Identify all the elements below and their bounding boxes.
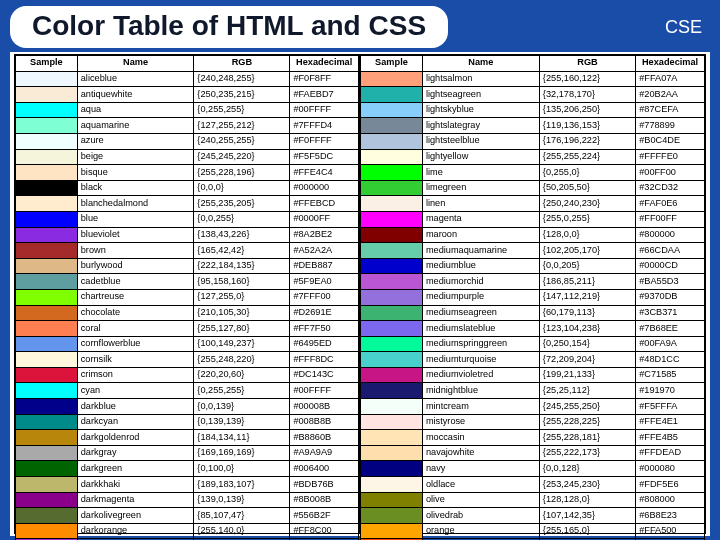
color-swatch	[16, 118, 78, 134]
color-swatch	[361, 461, 423, 477]
color-swatch	[361, 383, 423, 399]
color-hex: #FFE4C4	[290, 165, 359, 181]
table-row: mediumorchid{186,85,211}#BA55D3	[361, 274, 705, 290]
color-name: cadetblue	[77, 274, 194, 290]
table-row: bisque{255,228,196}#FFE4C4	[16, 165, 359, 181]
color-swatch	[361, 492, 423, 508]
color-rgb: {32,178,170}	[539, 87, 635, 103]
color-hex: #8B008B	[290, 492, 359, 508]
color-rgb: {255,165,0}	[539, 523, 635, 539]
color-hex: #87CEFA	[636, 102, 705, 118]
table-row: antiquewhite{250,235,215}#FAEBD7	[16, 87, 359, 103]
color-table-right: Sample Name RGB Hexadecimal lightsalmon{…	[360, 54, 706, 534]
color-hex: #BA55D3	[636, 274, 705, 290]
color-name: darkgreen	[77, 461, 194, 477]
color-name: mistyrose	[422, 414, 539, 430]
color-swatch	[361, 321, 423, 337]
table-row: mediumspringgreen{0,250,154}#00FA9A	[361, 336, 705, 352]
color-swatch	[16, 305, 78, 321]
color-hex: #32CD32	[636, 180, 705, 196]
color-rgb: {0,0,139}	[194, 399, 290, 415]
color-swatch	[16, 133, 78, 149]
table-row: darkgoldenrod{184,134,11}#B8860B	[16, 430, 359, 446]
table-row: mediumslateblue{123,104,238}#7B68EE	[361, 321, 705, 337]
color-swatch	[361, 430, 423, 446]
color-name: darkmagenta	[77, 492, 194, 508]
color-hex: #DEB887	[290, 258, 359, 274]
color-hex: #778899	[636, 118, 705, 134]
table-row: lightseagreen{32,178,170}#20B2AA	[361, 87, 705, 103]
color-hex: #FFE4B5	[636, 430, 705, 446]
color-rgb: {128,128,0}	[539, 492, 635, 508]
table-row: mediumpurple{147,112,219}#9370DB	[361, 289, 705, 305]
color-swatch	[361, 399, 423, 415]
color-rgb: {50,205,50}	[539, 180, 635, 196]
color-rgb: {72,209,204}	[539, 352, 635, 368]
color-name: darkcyan	[77, 414, 194, 430]
color-swatch	[16, 196, 78, 212]
header: Color Table of HTML and CSS CSE	[10, 6, 710, 48]
color-hex: #FF7F50	[290, 321, 359, 337]
color-hex: #48D1CC	[636, 352, 705, 368]
color-hex: #20B2AA	[636, 87, 705, 103]
color-hex: #B8860B	[290, 430, 359, 446]
color-hex: #F0FFFF	[290, 133, 359, 149]
color-name: mediumpurple	[422, 289, 539, 305]
table-row: oldlace{253,245,230}#FDF5E6	[361, 477, 705, 493]
color-hex: #DC143C	[290, 367, 359, 383]
table-row: magenta{255,0,255}#FF00FF	[361, 211, 705, 227]
table-row: cyan{0,255,255}#00FFFF	[16, 383, 359, 399]
table-row: mediumseagreen{60,179,113}#3CB371	[361, 305, 705, 321]
color-rgb: {210,105,30}	[194, 305, 290, 321]
color-swatch	[361, 118, 423, 134]
color-hex: #3CB371	[636, 305, 705, 321]
color-name: lightsalmon	[422, 71, 539, 87]
table-row: olive{128,128,0}#808000	[361, 492, 705, 508]
color-name: lightsteelblue	[422, 133, 539, 149]
color-rgb: {184,134,11}	[194, 430, 290, 446]
color-hex: #8A2BE2	[290, 227, 359, 243]
color-swatch	[361, 149, 423, 165]
color-name: darkolivegreen	[77, 508, 194, 524]
color-hex: #FAEBD7	[290, 87, 359, 103]
color-rgb: {255,228,196}	[194, 165, 290, 181]
color-hex: #191970	[636, 383, 705, 399]
color-rgb: {60,179,113}	[539, 305, 635, 321]
color-swatch	[361, 336, 423, 352]
color-swatch	[361, 352, 423, 368]
color-swatch	[16, 414, 78, 430]
table-row: mediumvioletred{199,21,133}#C71585	[361, 367, 705, 383]
color-name: moccasin	[422, 430, 539, 446]
color-hex: #FF00FF	[636, 211, 705, 227]
col-hex: Hexadecimal	[290, 56, 359, 72]
table-row: chocolate{210,105,30}#D2691E	[16, 305, 359, 321]
color-rgb: {0,100,0}	[194, 461, 290, 477]
table-row: lime{0,255,0}#00FF00	[361, 165, 705, 181]
color-hex: #00FFFF	[290, 102, 359, 118]
color-swatch	[16, 399, 78, 415]
table-row: darkgreen{0,100,0}#006400	[16, 461, 359, 477]
table-row: blanchedalmond{255,235,205}#FFEBCD	[16, 196, 359, 212]
color-hex: #FFA07A	[636, 71, 705, 87]
color-swatch	[361, 445, 423, 461]
color-name: coral	[77, 321, 194, 337]
color-rgb: {0,0,255}	[194, 211, 290, 227]
color-swatch	[16, 461, 78, 477]
color-hex: #C71585	[636, 367, 705, 383]
color-swatch	[16, 477, 78, 493]
color-name: burlywood	[77, 258, 194, 274]
color-hex: #00008B	[290, 399, 359, 415]
table-row: midnightblue{25,25,112}#191970	[361, 383, 705, 399]
table-row: moccasin{255,228,181}#FFE4B5	[361, 430, 705, 446]
color-rgb: {189,183,107}	[194, 477, 290, 493]
color-swatch	[361, 180, 423, 196]
color-rgb: {100,149,237}	[194, 336, 290, 352]
color-rgb: {250,235,215}	[194, 87, 290, 103]
color-hex: #5F9EA0	[290, 274, 359, 290]
color-swatch	[361, 196, 423, 212]
table-row: maroon{128,0,0}#800000	[361, 227, 705, 243]
color-rgb: {0,139,139}	[194, 414, 290, 430]
table-row: lightsalmon{255,160,122}#FFA07A	[361, 71, 705, 87]
table-row: darkcyan{0,139,139}#008B8B	[16, 414, 359, 430]
color-swatch	[361, 133, 423, 149]
